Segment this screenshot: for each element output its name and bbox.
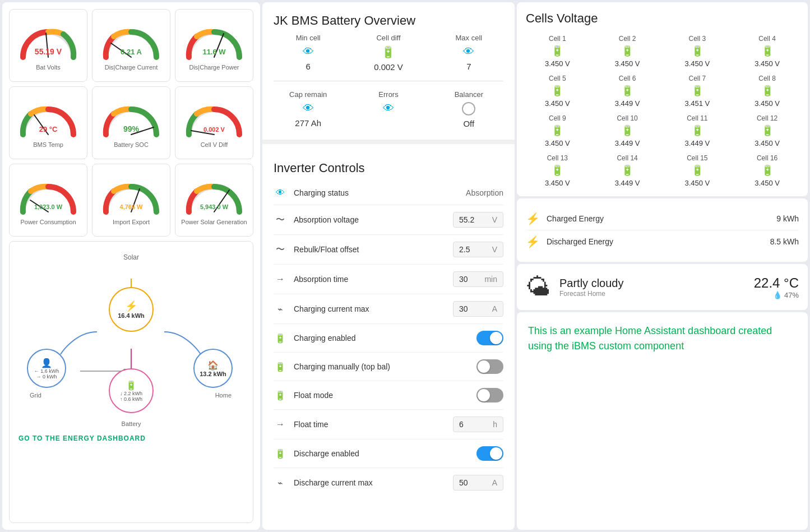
balancer-icon (462, 102, 475, 115)
input-rebulk-float[interactable]: 2.5 V (453, 242, 503, 257)
gauge-svg-import-export: 4,766 W (100, 175, 162, 215)
weather-temp: 22.4 °C (754, 275, 799, 291)
bms-cap-remain-label: Cap remain (289, 90, 327, 99)
cells-grid: Cell 1 🔋 3.450 V Cell 2 🔋 3.450 V Cell 3… (526, 35, 799, 187)
arrow-icon-float-time: → (274, 419, 287, 429)
label-rebulk-float: Rebulk/Float offset (294, 245, 446, 254)
gauge-card-battery-soc: 99% Battery SOC (92, 86, 170, 159)
plug-icon-charging-current: ⌁ (274, 304, 287, 314)
cell-item-5: Cell 5 🔋 3.450 V (526, 75, 589, 108)
gauge-card-discharge-power: 11.6 W Dis|Charge Power (175, 9, 253, 82)
cell-13-icon: 🔋 (551, 164, 563, 177)
unit-float-time: h (493, 420, 497, 429)
cell-item-1: Cell 1 🔋 3.450 V (526, 35, 589, 68)
unit-absorption-time: min (484, 275, 497, 284)
gauge-card-import-export: 4,766 W Import Export (92, 164, 170, 237)
unit-absorption-voltage: V (492, 215, 497, 224)
svg-text:0.21 A: 0.21 A (121, 48, 142, 56)
gauge-svg-discharge-power: 11.6 W (183, 21, 245, 60)
cell-6-label: Cell 6 (619, 75, 636, 82)
flow-grid-in: ← 1.6 kWh (34, 368, 59, 374)
cell-item-15: Cell 15 🔋 3.450 V (666, 154, 729, 187)
bms-cap-remain-value: 277 Ah (295, 118, 321, 128)
cell-item-12: Cell 12 🔋 3.450 V (735, 114, 799, 147)
toggle-float-mode[interactable] (476, 388, 503, 403)
eye-icon-errors: 👁 (383, 102, 394, 115)
cell-item-7: Cell 7 🔋 3.451 V (666, 75, 729, 108)
gauge-label-discharge-current: Dis|Charge Current (105, 64, 158, 71)
cell-item-10: Cell 10 🔋 3.449 V (596, 114, 659, 147)
bms-cell-diff-value: 0.002 V (374, 62, 403, 72)
gauge-label-import-export: Import Export (113, 219, 150, 225)
energy-dashboard-link[interactable]: GO TO THE ENERGY DASHBOARD (18, 434, 244, 442)
input-float-time[interactable]: 6 h (453, 417, 503, 432)
flow-home-node: 🏠 13.2 kWh (193, 349, 233, 388)
cell-item-4: Cell 4 🔋 3.450 V (735, 35, 799, 68)
gauge-bms-temp: 29 °C (17, 98, 79, 140)
toggle-discharge-enabled[interactable] (476, 446, 503, 461)
eye-icon-min: 👁 (303, 45, 314, 58)
gauge-cell-v-diff: 0.002 V (183, 98, 245, 140)
cell-8-value: 3.450 V (755, 99, 780, 108)
cell-12-value: 3.450 V (755, 139, 780, 147)
gauge-card-power-solar: 5,943.0 W Power Solar Generation (175, 164, 253, 237)
control-discharge-current-max: ⌁ Discharge current max 50 A (274, 468, 503, 497)
cell-4-label: Cell 4 (758, 35, 776, 43)
cell-14-icon: 🔋 (621, 164, 633, 177)
cell-13-label: Cell 13 (547, 154, 568, 162)
gauge-power-consumption: 1,023.0 W (17, 175, 79, 218)
cell-11-value: 3.449 V (684, 139, 710, 147)
value-charging-status: Absorption (466, 188, 503, 197)
battery-icon-float-mode: 🔋 (274, 390, 287, 401)
gauge-card-bms-temp: 29 °C BMS Temp (9, 86, 87, 159)
solar-label: Solar (123, 253, 139, 261)
wave-icon-absorption: 〜 (274, 214, 287, 226)
gauge-svg-battery-soc: 99% (100, 98, 162, 137)
discharged-energy-label: Discharged Energy (547, 237, 763, 246)
bms-balancer: Balancer Off (434, 90, 503, 128)
bms-section: JK BMS Battery Overview Min cell 👁 6 Cel… (262, 2, 515, 140)
cell-item-9: Cell 9 🔋 3.450 V (526, 114, 589, 147)
gauge-card-discharge-current: 0.21 A Dis|Charge Current (92, 9, 170, 82)
cell-12-label: Cell 12 (757, 114, 777, 122)
cell-14-label: Cell 14 (617, 154, 637, 162)
gauge-svg-discharge-current: 0.21 A (100, 21, 162, 60)
input-discharge-current-max[interactable]: 50 A (453, 475, 503, 491)
bms-min-cell-label: Min cell (296, 34, 321, 42)
flow-home-value: 13.2 kWh (200, 371, 226, 377)
middle-panel: JK BMS Battery Overview Min cell 👁 6 Cel… (262, 2, 515, 530)
cell-9-value: 3.450 V (545, 139, 570, 147)
flow-battery-out: ↑ 0.6 kWh (120, 396, 142, 402)
eye-icon-cap: 👁 (303, 102, 314, 115)
svg-text:29 °C: 29 °C (39, 125, 58, 133)
cell-14-value: 3.449 V (615, 179, 640, 187)
cell-4-value: 3.450 V (755, 59, 780, 68)
cell-item-3: Cell 3 🔋 3.450 V (666, 35, 729, 68)
cell-10-value: 3.449 V (615, 139, 640, 147)
left-panel: 55.19 V Bat Volts 0.21 A (2, 2, 260, 530)
control-float-time: → Float time 6 h (274, 410, 503, 440)
gauge-card-bat-volts: 55.19 V Bat Volts (9, 9, 87, 82)
cell-5-value: 3.450 V (545, 99, 570, 108)
input-charging-current-max[interactable]: 30 A (453, 301, 503, 317)
cell-12-icon: 🔋 (761, 124, 774, 137)
label-float-mode: Float mode (294, 391, 470, 400)
input-absorption-voltage[interactable]: 55.2 V (453, 212, 503, 228)
toggle-charging-enabled[interactable] (476, 331, 503, 345)
bms-errors: Errors 👁 (354, 90, 423, 128)
flow-grid-out: → 0 kWh (36, 374, 57, 380)
toggle-charging-manually[interactable] (476, 359, 503, 374)
svg-text:99%: 99% (123, 124, 140, 133)
plug-icon-discharge-current: ⌁ (274, 478, 287, 488)
gauge-svg-power-consumption: 1,023.0 W (17, 175, 79, 215)
weather-card: 🌤 Partly cloudy Forecast Home 22.4 °C 💧 … (517, 264, 808, 310)
value-charging-current-max: 30 (459, 304, 468, 313)
label-charging-enabled: Charging enabled (294, 334, 470, 343)
label-float-time: Float time (294, 420, 446, 429)
input-absorption-time[interactable]: 30 min (453, 271, 503, 287)
right-panel: Cells Voltage Cell 1 🔋 3.450 V Cell 2 🔋 … (517, 2, 808, 530)
toggle-knob-float-mode (478, 389, 490, 401)
energy-stats-card: ⚡ Charged Energy 9 kWh ⚡ Discharged Ener… (517, 198, 808, 262)
bms-title: JK BMS Battery Overview (262, 2, 515, 34)
bms-cell-diff: Cell diff 🔋 0.002 V (354, 34, 423, 72)
